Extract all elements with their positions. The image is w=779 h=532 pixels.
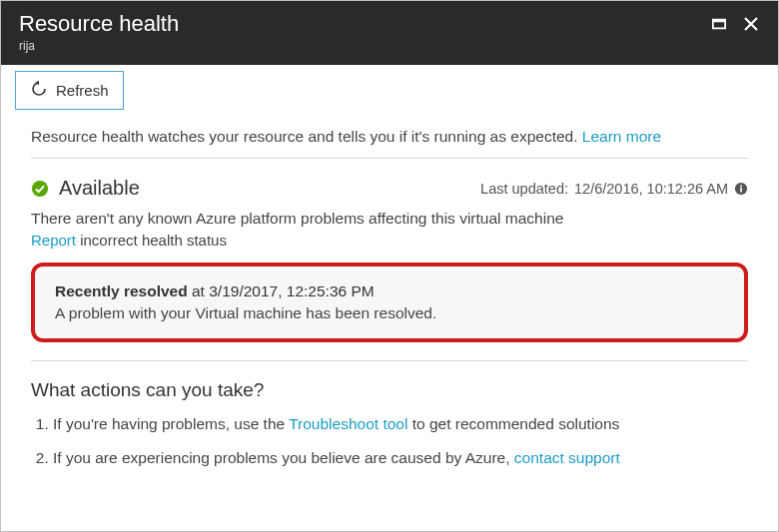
blade-header: Resource health rija (1, 1, 778, 65)
svg-point-4 (32, 180, 48, 196)
info-icon[interactable] (734, 182, 748, 196)
resolved-message: A problem with your Virtual machine has … (55, 304, 724, 322)
status-available-icon (31, 180, 49, 198)
last-updated: Last updated: 12/6/2016, 10:12:26 AM (480, 181, 748, 197)
header-left: Resource health rija (19, 11, 179, 53)
header-actions (710, 15, 760, 33)
blade-subtitle: rija (19, 39, 179, 53)
content: Resource health watches your resource an… (1, 110, 778, 531)
status-description: There aren't any known Azure platform pr… (31, 210, 748, 228)
actions-heading: What actions can you take? (31, 379, 748, 401)
restore-icon[interactable] (710, 15, 728, 33)
last-updated-value: 12/6/2016, 10:12:26 AM (574, 181, 728, 197)
learn-more-link[interactable]: Learn more (582, 128, 661, 145)
separator (31, 360, 748, 361)
intro-text: Resource health watches your resource an… (31, 128, 748, 146)
separator (31, 158, 748, 159)
close-icon[interactable] (742, 15, 760, 33)
action-item-1: If you're having problems, use the Troub… (53, 415, 748, 433)
svg-rect-7 (740, 185, 742, 187)
troubleshoot-tool-link[interactable]: Troubleshoot tool (289, 415, 407, 432)
status-left: Available (31, 177, 140, 200)
refresh-icon (30, 80, 48, 101)
blade-title: Resource health (19, 11, 179, 37)
resource-health-blade: Resource health rija Refresh Resource he… (0, 0, 779, 532)
report-link[interactable]: Report (31, 232, 76, 249)
status-state: Available (59, 177, 140, 200)
refresh-button[interactable]: Refresh (15, 71, 124, 110)
status-row: Available Last updated: 12/6/2016, 10:12… (31, 177, 748, 200)
svg-rect-1 (713, 20, 725, 23)
report-line: Report incorrect health status (31, 232, 748, 249)
actions-list: If you're having problems, use the Troub… (31, 415, 748, 467)
recently-resolved-box: Recently resolved at 3/19/2017, 12:25:36… (31, 263, 748, 342)
resolved-title: Recently resolved at 3/19/2017, 12:25:36… (55, 282, 724, 300)
contact-support-link[interactable]: contact support (514, 449, 620, 466)
toolbar: Refresh (1, 65, 778, 110)
refresh-label: Refresh (56, 82, 109, 99)
action-item-2: If you are experiencing problems you bel… (53, 449, 748, 467)
svg-rect-6 (740, 188, 742, 192)
